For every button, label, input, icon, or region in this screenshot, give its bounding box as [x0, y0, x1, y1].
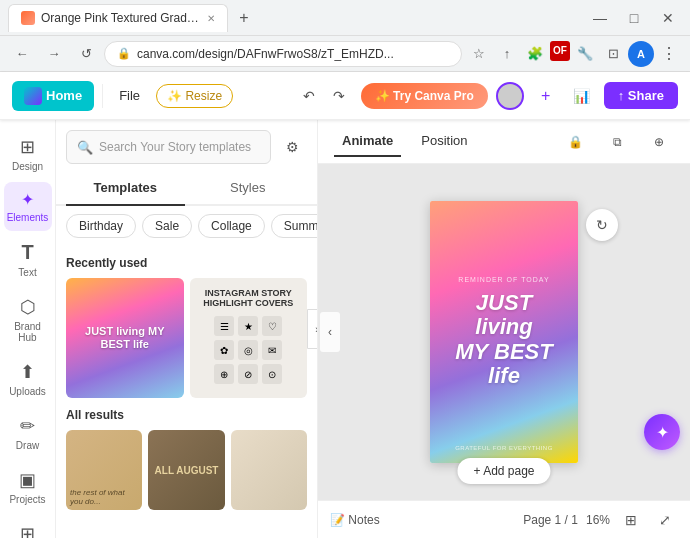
search-box[interactable]: 🔍 Search Your Story templates: [66, 130, 271, 164]
address-input[interactable]: 🔒 canva.com/design/DAFnwFrwoS8/zT_EmHZD.…: [104, 41, 462, 67]
share-button[interactable]: ↑ Share: [604, 82, 678, 109]
search-icon: 🔍: [77, 140, 93, 155]
result-thumb-2[interactable]: ALL AUGUST: [148, 430, 224, 510]
sidebar-item-brand-hub[interactable]: ⬡ Brand Hub: [4, 288, 52, 351]
home-label: Home: [46, 88, 82, 103]
tab-close-btn[interactable]: ✕: [207, 13, 215, 24]
sidebar-item-design[interactable]: ⊞ Design: [4, 128, 52, 180]
tab-templates[interactable]: Templates: [66, 170, 185, 206]
panel-tabs: Templates Styles: [56, 170, 317, 206]
bottom-bar: 📝 Notes Page 1 / 1 16% ⊞ ⤢: [318, 500, 690, 538]
tab-position[interactable]: Position: [413, 127, 475, 157]
browser-menu-btn[interactable]: ⋮: [656, 41, 682, 67]
panel: 🔍 Search Your Story templates ⚙ Template…: [56, 120, 318, 538]
sidebar-label-text: Text: [18, 267, 36, 278]
thumb-icon-9: ⊙: [262, 364, 282, 384]
search-input[interactable]: Search Your Story templates: [99, 140, 260, 154]
canvas-page-wrapper: REMINDER OF TODAY JUSTlivingMY BESTlife …: [430, 201, 578, 463]
user-avatar[interactable]: [496, 82, 524, 110]
filter-button[interactable]: ⚙: [277, 132, 307, 162]
panel-collapse-button[interactable]: ›: [307, 309, 318, 349]
magic-button[interactable]: ✦: [644, 414, 680, 450]
thumb-icon-1: ☰: [214, 316, 234, 336]
chip-sale[interactable]: Sale: [142, 214, 192, 238]
projects-icon: ▣: [19, 469, 36, 491]
thumbnail-2[interactable]: INSTAGRAM STORY HIGHLIGHT COVERS ☰ ★ ♡ ✿…: [190, 278, 308, 398]
fullscreen-btn[interactable]: ⤢: [652, 507, 678, 533]
close-btn[interactable]: ✕: [654, 4, 682, 32]
sidebar-item-apps[interactable]: ⊞: [4, 515, 52, 538]
chip-summer[interactable]: Summer: [271, 214, 317, 238]
sidebar-item-draw[interactable]: ✏ Draw: [4, 407, 52, 459]
main-area: ⊞ Design ✦ Elements T Text ⬡ Brand Hub ⬆…: [0, 120, 690, 538]
file-button[interactable]: File: [111, 84, 148, 107]
undo-button[interactable]: ↶: [295, 82, 323, 110]
extension-of-btn[interactable]: OF: [550, 41, 570, 61]
chip-birthday[interactable]: Birthday: [66, 214, 136, 238]
forward-button[interactable]: →: [40, 40, 68, 68]
home-button[interactable]: Home: [12, 81, 94, 111]
sidebar-item-text[interactable]: T Text: [4, 233, 52, 286]
sidebar-label-brand-hub: Brand Hub: [8, 321, 48, 343]
header-divider: [102, 84, 103, 108]
notes-button[interactable]: 📝 Notes: [330, 513, 380, 527]
filter-chips: Birthday Sale Collage Summer ›: [56, 206, 317, 246]
try-pro-button[interactable]: ✨ Try Canva Pro: [361, 83, 488, 109]
tab-animate[interactable]: Animate: [334, 127, 401, 157]
scroll-left-btn[interactable]: ‹: [320, 312, 340, 352]
maximize-btn[interactable]: □: [620, 4, 648, 32]
bookmark-btn[interactable]: ☆: [466, 41, 492, 67]
thumb-gradient-1: JUST living MY BEST life: [66, 278, 184, 398]
zoom-info: 16%: [586, 513, 610, 527]
thumb-title-2: INSTAGRAM STORY HIGHLIGHT COVERS: [190, 288, 308, 308]
refresh-button[interactable]: ↺: [72, 40, 100, 68]
grid-view-btn[interactable]: ⊞: [618, 507, 644, 533]
layout-btn[interactable]: ⊡: [600, 41, 626, 67]
tab-styles[interactable]: Styles: [189, 170, 308, 206]
profile-button[interactable]: A: [628, 41, 654, 67]
resize-button[interactable]: ✨ Resize: [156, 84, 233, 108]
result-thumb-1[interactable]: the rest of what you do...: [66, 430, 142, 510]
share-page-btn[interactable]: ↑: [494, 41, 520, 67]
extensions-btn[interactable]: 🧩: [522, 41, 548, 67]
add-user-button[interactable]: +: [532, 82, 560, 110]
refresh-design-btn[interactable]: ↻: [586, 209, 618, 241]
sidebar-item-elements[interactable]: ✦ Elements: [4, 182, 52, 231]
stats-button[interactable]: 📊: [568, 82, 596, 110]
thumb-icon-4: ✿: [214, 340, 234, 360]
thumb-icon-6: ✉: [262, 340, 282, 360]
sidebar-item-uploads[interactable]: ⬆ Uploads: [4, 353, 52, 405]
minimize-btn[interactable]: —: [586, 4, 614, 32]
thumb-icon-2: ★: [238, 316, 258, 336]
thumb-icon-3: ♡: [262, 316, 282, 336]
thumb-icon-5: ◎: [238, 340, 258, 360]
thumbnail-1[interactable]: JUST living MY BEST life: [66, 278, 184, 398]
puzzle-btn[interactable]: 🔧: [572, 41, 598, 67]
result-thumb-3[interactable]: [231, 430, 307, 510]
sidebar-item-projects[interactable]: ▣ Projects: [4, 461, 52, 513]
tab-favicon: [21, 11, 35, 25]
new-tab-button[interactable]: +: [232, 6, 256, 30]
back-button[interactable]: ←: [8, 40, 36, 68]
sidebar-label-elements: Elements: [7, 212, 49, 223]
chip-collage[interactable]: Collage: [198, 214, 265, 238]
canvas-page[interactable]: REMINDER OF TODAY JUSTlivingMY BESTlife …: [430, 201, 578, 463]
thumb-icon-8: ⊘: [238, 364, 258, 384]
sidebar-label-draw: Draw: [16, 440, 39, 451]
tab-title: Orange Pink Textured Gradient M...: [41, 11, 201, 25]
lock-icon: 🔒: [117, 47, 131, 60]
add-page-button[interactable]: + Add page: [457, 458, 550, 484]
elements-icon: ✦: [21, 190, 34, 209]
lock-tool-btn[interactable]: 🔒: [560, 127, 590, 157]
canva-logo: [24, 87, 42, 105]
rt1-text: the rest of what you do...: [70, 488, 138, 506]
all-results-grid: the rest of what you do... ALL AUGUST: [66, 430, 307, 510]
expand-tool-btn[interactable]: ⊕: [644, 127, 674, 157]
page-info: Page 1 / 1: [523, 513, 578, 527]
active-tab[interactable]: Orange Pink Textured Gradient M... ✕: [8, 4, 228, 32]
redo-button[interactable]: ↷: [325, 82, 353, 110]
rt2-text: ALL AUGUST: [155, 465, 219, 476]
sidebar-icons: ⊞ Design ✦ Elements T Text ⬡ Brand Hub ⬆…: [0, 120, 56, 538]
duplicate-tool-btn[interactable]: ⧉: [602, 127, 632, 157]
thumb-icons: ☰ ★ ♡ ✿ ◎ ✉ ⊕ ⊘ ⊙: [210, 312, 286, 388]
